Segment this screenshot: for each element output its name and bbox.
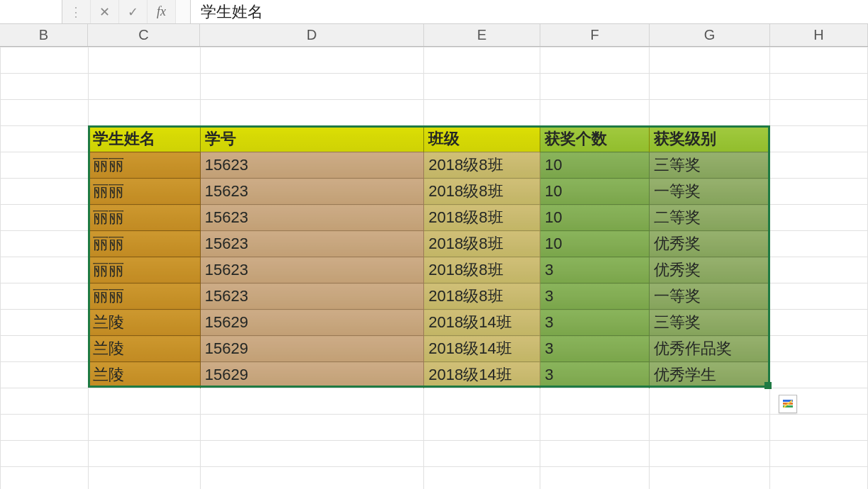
cell[interactable] — [770, 47, 868, 74]
cell[interactable] — [1, 467, 89, 490]
cell-id[interactable]: 15623 — [200, 231, 424, 257]
cell-count[interactable]: 3 — [540, 283, 650, 310]
cell[interactable] — [424, 74, 540, 100]
header-id[interactable]: 学号 — [200, 126, 424, 152]
cell[interactable] — [770, 257, 868, 283]
cell[interactable] — [770, 126, 868, 152]
cell-name[interactable]: 丽丽 — [88, 231, 200, 257]
col-header-G[interactable]: G — [650, 24, 770, 46]
cell-class[interactable]: 2018级8班 — [424, 152, 540, 179]
table-row[interactable]: 兰陵156292018级14班3三等奖 — [1, 310, 868, 336]
cell-id[interactable]: 15623 — [200, 205, 424, 231]
cell-id[interactable]: 15629 — [200, 336, 424, 362]
cell[interactable] — [424, 388, 540, 415]
cell[interactable] — [770, 336, 868, 362]
cell-count[interactable]: 3 — [540, 310, 650, 336]
col-header-H[interactable]: H — [770, 24, 868, 46]
cell[interactable] — [1, 283, 89, 310]
cell[interactable] — [88, 388, 200, 415]
cell-name[interactable]: 丽丽 — [88, 179, 200, 205]
cell-count[interactable]: 3 — [540, 362, 650, 388]
cell[interactable] — [770, 467, 868, 490]
cell[interactable] — [88, 441, 200, 467]
cell-class[interactable]: 2018级14班 — [424, 336, 540, 362]
cell[interactable] — [1, 362, 89, 388]
col-header-B[interactable]: B — [0, 24, 88, 46]
cell[interactable] — [88, 100, 200, 126]
cell-class[interactable]: 2018级8班 — [424, 257, 540, 283]
header-count[interactable]: 获奖个数 — [540, 126, 650, 152]
cell[interactable] — [1, 415, 89, 441]
more-icon[interactable]: ⋮ — [62, 0, 91, 23]
cell-count[interactable]: 10 — [540, 205, 650, 231]
cell[interactable] — [650, 47, 770, 74]
cell[interactable] — [1, 231, 89, 257]
cell-id[interactable]: 15623 — [200, 152, 424, 179]
cell-id[interactable]: 15629 — [200, 310, 424, 336]
cell-count[interactable]: 3 — [540, 336, 650, 362]
cell[interactable] — [1, 126, 89, 152]
cell-grade[interactable]: 一等奖 — [650, 283, 770, 310]
cell-id[interactable]: 15623 — [200, 283, 424, 310]
cell[interactable] — [200, 415, 424, 441]
cancel-icon[interactable]: ✕ — [91, 0, 119, 23]
cell[interactable] — [770, 152, 868, 179]
cell-count[interactable]: 10 — [540, 231, 650, 257]
col-header-E[interactable]: E — [424, 24, 540, 46]
cell-class[interactable]: 2018级8班 — [424, 179, 540, 205]
cell[interactable] — [88, 415, 200, 441]
cell[interactable] — [88, 74, 200, 100]
col-header-F[interactable]: F — [540, 24, 650, 46]
cell[interactable] — [1, 441, 89, 467]
cell[interactable] — [424, 100, 540, 126]
cell[interactable] — [770, 310, 868, 336]
cell[interactable] — [1, 388, 89, 415]
header-grade[interactable]: 获奖级别 — [650, 126, 770, 152]
cell-name[interactable]: 丽丽 — [88, 152, 200, 179]
cell[interactable] — [540, 415, 650, 441]
cell[interactable] — [650, 74, 770, 100]
cell-grade[interactable]: 三等奖 — [650, 310, 770, 336]
name-box[interactable] — [0, 0, 62, 23]
cell-class[interactable]: 2018级8班 — [424, 283, 540, 310]
col-header-C[interactable]: C — [88, 24, 200, 46]
cell[interactable] — [424, 441, 540, 467]
cell-name[interactable]: 丽丽 — [88, 283, 200, 310]
quick-analysis-icon[interactable] — [779, 395, 797, 413]
cell[interactable] — [1, 47, 89, 74]
cell[interactable] — [540, 441, 650, 467]
cell[interactable] — [424, 467, 540, 490]
table-row[interactable]: 丽丽156232018级8班10一等奖 — [1, 179, 868, 205]
table-row[interactable]: 丽丽156232018级8班3一等奖 — [1, 283, 868, 310]
cell[interactable] — [540, 47, 650, 74]
cell-name[interactable]: 兰陵 — [88, 336, 200, 362]
cell[interactable] — [1, 100, 89, 126]
cell[interactable] — [770, 441, 868, 467]
cell[interactable] — [1, 74, 89, 100]
header-name[interactable]: 学生姓名 — [88, 126, 200, 152]
cell[interactable] — [650, 441, 770, 467]
cell[interactable] — [770, 283, 868, 310]
cell-class[interactable]: 2018级8班 — [424, 231, 540, 257]
cell[interactable] — [650, 467, 770, 490]
cell[interactable] — [88, 467, 200, 490]
cell[interactable] — [200, 47, 424, 74]
formula-input[interactable]: 学生姓名 — [190, 0, 868, 23]
cell[interactable] — [424, 415, 540, 441]
cell[interactable] — [200, 100, 424, 126]
confirm-icon[interactable]: ✓ — [119, 0, 148, 23]
cell-grade[interactable]: 优秀奖 — [650, 231, 770, 257]
col-header-D[interactable]: D — [200, 24, 424, 46]
cell[interactable] — [1, 179, 89, 205]
cell[interactable] — [1, 152, 89, 179]
cell-id[interactable]: 15623 — [200, 179, 424, 205]
cell-name[interactable]: 丽丽 — [88, 257, 200, 283]
cell[interactable] — [770, 231, 868, 257]
cell[interactable] — [200, 388, 424, 415]
header-class[interactable]: 班级 — [424, 126, 540, 152]
cell[interactable] — [770, 74, 868, 100]
cell[interactable] — [540, 74, 650, 100]
cell-grade[interactable]: 优秀奖 — [650, 257, 770, 283]
table-row[interactable]: 丽丽156232018级8班10三等奖 — [1, 152, 868, 179]
cell-count[interactable]: 10 — [540, 179, 650, 205]
